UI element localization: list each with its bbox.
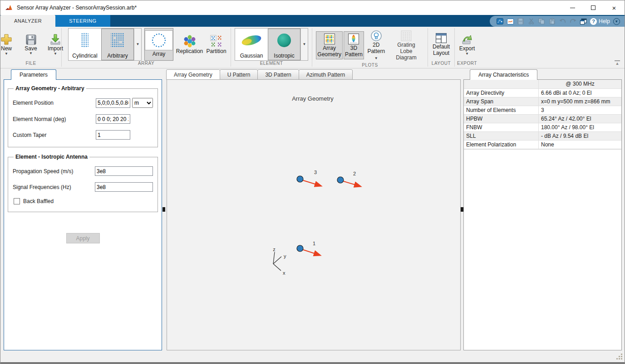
replication-button[interactable]: Replication — [176, 33, 203, 57]
import-dropdown-caret[interactable]: ▼ — [54, 53, 57, 55]
maximize-button[interactable] — [583, 0, 604, 15]
plot-tabbar: Array Geometry U Pattern 3D Pattern Azim… — [167, 69, 461, 80]
element-normal-input[interactable] — [96, 114, 130, 124]
pattern-3d-icon — [348, 33, 359, 45]
element-1-marker — [297, 245, 303, 252]
quick-access-toolbar: ? Help ▼ — [490, 16, 625, 27]
element-group: Element - Isotropic Antenna Propagation … — [8, 154, 158, 212]
plot-array-geometry-button[interactable]: Array Geometry — [316, 31, 343, 60]
tab-array-characteristics[interactable]: Array Characteristics — [470, 69, 537, 80]
pattern-2d-icon — [370, 30, 382, 42]
plot-2d-pattern-button[interactable]: 2D Pattern ▼ — [365, 28, 388, 63]
element-isotropic[interactable]: Isotropic — [268, 29, 300, 60]
grating-lobe-diagram-button[interactable]: Grating Lobe Diagram — [389, 28, 424, 63]
save-icon — [25, 34, 37, 45]
tab-azimuth-pattern[interactable]: Azimuth Pattern — [299, 69, 353, 80]
array-type-cylindrical[interactable]: Cylindrical — [69, 29, 101, 60]
signal-frequencies-input[interactable] — [95, 182, 153, 192]
section-export: Export ▼ EXPORT — [455, 27, 479, 68]
axis-z-label: z — [273, 247, 276, 252]
tab-steering[interactable]: STEERING — [55, 15, 110, 27]
new-dropdown-caret[interactable]: ▼ — [5, 53, 8, 55]
custom-taper-input[interactable] — [96, 130, 130, 140]
table-row: FNBW 180.00° Az / 98.00° El — [464, 123, 621, 132]
axis-x-label: x — [283, 270, 285, 276]
default-layout-button[interactable]: Default Layout — [431, 31, 451, 58]
copy-icon[interactable] — [538, 18, 545, 25]
help-label: Help — [599, 18, 610, 24]
default-layout-icon — [435, 33, 447, 44]
replication-icon — [183, 34, 197, 48]
section-label-file: FILE — [0, 61, 61, 68]
left-splitter[interactable] — [162, 69, 166, 350]
element-normal-label: Element Normal (deg) — [13, 116, 96, 122]
table-row: SLL - dB Az / 9.54 dB El — [464, 132, 621, 141]
close-button[interactable]: × — [604, 0, 625, 15]
partition-button[interactable]: Partition — [206, 33, 227, 57]
element-position-label: Element Position — [13, 100, 96, 106]
frequency-column-header: @ 300 MHz — [538, 80, 621, 88]
array-geometry-plot-icon — [324, 33, 335, 45]
titlebar: Sensor Array Analyzer - SensorArraySessi… — [0, 0, 625, 15]
save-dropdown-caret[interactable]: ▼ — [29, 52, 33, 55]
save-button[interactable]: Save ▼ — [21, 32, 41, 57]
export-dropdown-caret[interactable]: ▼ — [465, 53, 469, 55]
array-gallery-expand[interactable]: ▼ — [134, 29, 141, 60]
figure-window-icon[interactable] — [507, 18, 514, 25]
array-type-arbitrary[interactable]: Arbitrary — [101, 29, 134, 60]
section-label-element: ELEMENT — [231, 61, 312, 68]
ribbon-tabstrip: ANALYZER STEERING ? Help — [0, 15, 625, 27]
axes-triad — [273, 252, 281, 271]
tab-analyzer[interactable]: ANALYZER — [0, 15, 55, 27]
save-quick-icon[interactable] — [517, 18, 524, 25]
ribbon-collapse-button[interactable]: ▲ — [615, 60, 620, 65]
undo-icon[interactable] — [559, 18, 566, 25]
element-gaussian[interactable]: Gaussian — [235, 29, 268, 60]
characteristics-table: @ 300 MHz Array Directivity 6.66 dBi at … — [464, 80, 621, 150]
plot-3d-pattern-button[interactable]: 3D Pattern — [344, 31, 364, 60]
cut-icon[interactable] — [527, 18, 535, 25]
pattern-2d-caret[interactable]: ▼ — [374, 56, 378, 60]
propagation-speed-input[interactable] — [95, 166, 153, 176]
table-row: Array Span x=0 m y=500 mm z=866 mm — [464, 97, 621, 106]
main-content: Parameters Array Geometry - Arbitrary El… — [0, 68, 625, 351]
array-button[interactable]: Array — [144, 28, 173, 61]
element-1-label: 1 — [313, 241, 315, 246]
propagation-speed-label: Propagation Speed (m/s) — [13, 168, 95, 175]
redo-icon[interactable] — [569, 18, 576, 25]
section-label-export: EXPORT — [455, 61, 479, 68]
section-file: New ▼ Save ▼ Import — [0, 27, 61, 68]
window-layout-icon[interactable] — [580, 18, 587, 25]
export-button[interactable]: Export ▼ — [457, 32, 477, 57]
array-type-gallery: Cylindrical Arbitrary ▼ — [68, 28, 142, 61]
help-icon: ? — [590, 18, 597, 25]
tab-u-pattern[interactable]: U Pattern — [220, 69, 258, 80]
table-row: Element Polarization None — [464, 141, 621, 149]
resize-grip-icon[interactable] — [617, 354, 622, 359]
new-button[interactable]: New ▼ — [0, 32, 16, 57]
section-label-layout: LAYOUT — [428, 61, 454, 68]
element-position-unit-select[interactable]: m — [132, 98, 153, 108]
paste-icon[interactable] — [548, 18, 556, 25]
cylindrical-array-icon — [69, 29, 101, 52]
element-position-input[interactable] — [96, 98, 130, 108]
array-icon — [145, 30, 173, 50]
back-baffled-checkbox[interactable] — [14, 198, 20, 204]
help-button[interactable]: ? Help — [590, 18, 610, 25]
section-element: Gaussian Isotropic ▼ ELEMENT — [231, 27, 312, 68]
grating-lobe-icon — [400, 30, 412, 42]
array-geometry-plot[interactable]: Array Geometry 3 2 1 z — [167, 79, 461, 350]
element-3-label: 3 — [314, 170, 317, 175]
tab-array-geometry[interactable]: Array Geometry — [166, 69, 220, 80]
minimize-button[interactable] — [562, 0, 583, 15]
element-1-normal-arrow — [303, 250, 320, 255]
isotropic-element-icon — [268, 29, 300, 52]
matlab-desktop-icon[interactable] — [496, 18, 503, 25]
element-gallery-expand[interactable]: ▼ — [300, 29, 308, 60]
tab-parameters[interactable]: Parameters — [11, 69, 56, 80]
tab-3d-pattern[interactable]: 3D Pattern — [257, 69, 299, 80]
toolbar-menu-icon[interactable]: ▼ — [613, 18, 620, 25]
parameters-panel: Parameters Array Geometry - Arbitrary El… — [4, 69, 162, 350]
apply-button[interactable]: Apply — [66, 233, 100, 243]
ribbon-toolstrip: New ▼ Save ▼ Import — [0, 27, 625, 68]
